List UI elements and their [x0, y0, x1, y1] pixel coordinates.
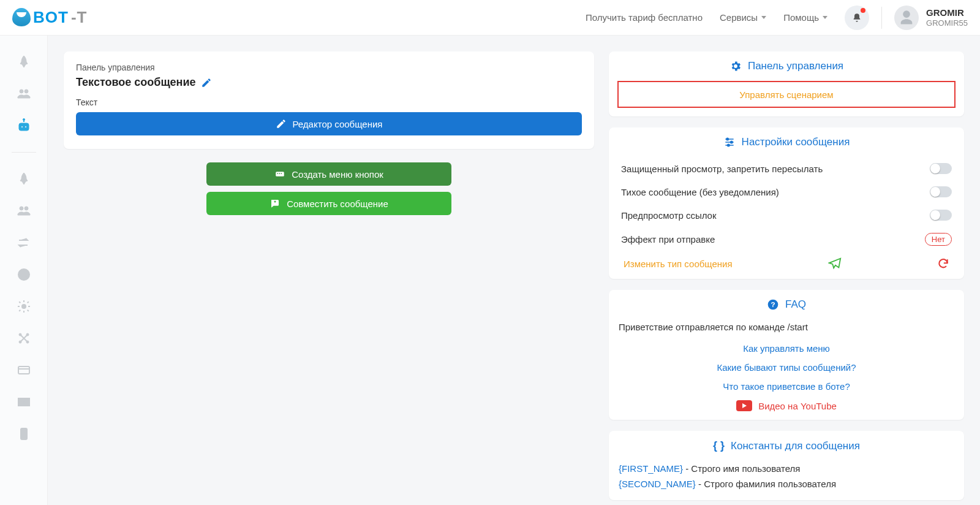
sidebar-rocket2-icon[interactable]: [16, 171, 32, 187]
services-dropdown[interactable]: Сервисы: [720, 12, 766, 23]
svg-point-2: [24, 126, 26, 128]
protected-label: Защищенный просмотр, запретить пересылат…: [621, 164, 823, 174]
notifications-button[interactable]: [845, 6, 869, 30]
services-label: Сервисы: [720, 12, 758, 23]
sidebar-rocket-icon[interactable]: [16, 54, 32, 70]
svg-point-9: [26, 333, 29, 336]
sidebar-smile-icon[interactable]: [16, 267, 32, 283]
combine-label: Совместить сообщение: [287, 199, 388, 209]
svg-point-8: [19, 333, 21, 336]
logo-icon: [12, 8, 31, 26]
preview-label: Предпросмотр ссылок: [621, 210, 717, 221]
faq-panel: ? FAQ Приветствие отправляется по команд…: [609, 290, 964, 420]
header: BOT-T Получить тариф бесплатно Сервисы П…: [0, 0, 980, 36]
divider: [881, 7, 882, 29]
const-key-second: {SECOND_NAME}: [619, 479, 696, 489]
create-menu-label: Создать меню кнопок: [292, 169, 383, 180]
const-desc-second: - Строго фамилия пользователя: [696, 479, 836, 489]
svg-point-19: [726, 138, 728, 140]
svg-point-4: [18, 269, 29, 280]
svg-point-1: [21, 126, 23, 128]
sidebar-users2-icon[interactable]: [16, 203, 32, 219]
svg-text:?: ?: [771, 300, 775, 308]
refresh-icon[interactable]: [937, 257, 949, 270]
svg-point-10: [19, 341, 21, 343]
svg-point-7: [22, 305, 26, 308]
constants-title: Константы для сообщения: [731, 440, 860, 452]
sidebar-users-icon[interactable]: [16, 86, 32, 102]
svg-rect-17: [279, 173, 281, 175]
effect-label: Эффект при отправке: [621, 234, 715, 245]
manage-scenario-label: Управлять сценарием: [739, 89, 833, 100]
text-label: Текст: [76, 97, 582, 107]
svg-rect-0: [19, 123, 29, 131]
logo[interactable]: BOT-T: [12, 8, 87, 28]
page-title: Текстовое сообщение: [76, 76, 196, 89]
avatar: [894, 6, 919, 30]
sidebar-gear-icon[interactable]: [16, 298, 32, 314]
sidebar-card-icon[interactable]: [16, 362, 32, 378]
user-menu[interactable]: GROMIR GROMIR55: [894, 6, 968, 30]
telegram-icon[interactable]: [828, 257, 842, 270]
youtube-icon: [736, 400, 752, 411]
svg-point-11: [26, 341, 29, 343]
user-subname: GROMIR55: [926, 18, 968, 28]
svg-rect-16: [277, 173, 279, 175]
silent-toggle[interactable]: [930, 186, 952, 197]
person-icon: [898, 9, 915, 26]
constants-panel: { } Константы для сообщения {FIRST_NAME}…: [609, 431, 964, 500]
faq-intro: Приветствие отправляется по команде /sta…: [609, 319, 964, 335]
svg-point-20: [730, 141, 732, 143]
logo-text-2: -T: [71, 8, 88, 27]
create-button-menu[interactable]: Создать меню кнопок: [206, 162, 451, 186]
protected-toggle[interactable]: [930, 163, 952, 174]
edit-title-icon[interactable]: [201, 77, 212, 88]
settings-panel: Настройки сообщения Защищенный просмотр,…: [609, 127, 964, 279]
sidebar-bot-icon[interactable]: [16, 118, 32, 134]
svg-rect-12: [18, 366, 29, 374]
editor-button-label: Редактор сообщения: [293, 119, 383, 129]
notification-dot: [861, 8, 865, 13]
faq-link-types[interactable]: Какие бывают типы сообщений?: [609, 362, 964, 373]
const-key-first: {FIRST_NAME}: [619, 463, 683, 474]
svg-point-3: [23, 119, 24, 121]
combine-message-button[interactable]: Совместить сообщение: [206, 192, 451, 215]
message-editor-button[interactable]: Редактор сообщения: [76, 112, 582, 135]
sliders-icon: [723, 136, 736, 148]
breadcrumb[interactable]: Панель управления: [76, 63, 582, 72]
question-icon: ?: [767, 298, 779, 311]
constants-header: { } Константы для сообщения: [609, 431, 964, 461]
braces-icon: { }: [713, 439, 725, 452]
help-dropdown[interactable]: Помощь: [783, 12, 827, 23]
settings-title: Настройки сообщения: [742, 136, 850, 148]
faq-link-greeting[interactable]: Что такое приветсвие в боте?: [609, 381, 964, 392]
constant-first-name: {FIRST_NAME} - Строго имя пользователя: [609, 461, 964, 476]
sidebar-loop-icon[interactable]: [16, 235, 32, 251]
sidebar-mail-icon[interactable]: [16, 394, 32, 410]
control-panel: Панель управления Управлять сценарием: [609, 51, 964, 116]
silent-label: Тихое сообщение (без уведомления): [621, 187, 779, 197]
preview-toggle[interactable]: [930, 210, 952, 221]
sidebar-tools-icon[interactable]: [16, 330, 32, 346]
const-desc-first: - Строго имя пользователя: [683, 463, 800, 474]
sidebar-mobile-icon[interactable]: [16, 426, 32, 442]
sidebar-separator: [12, 152, 36, 153]
manage-scenario-button[interactable]: Управлять сценарием: [617, 81, 956, 108]
svg-rect-18: [281, 173, 282, 175]
svg-point-6: [25, 273, 26, 274]
faq-link-menu[interactable]: Как управлять меню: [609, 343, 964, 354]
change-type-link[interactable]: Изменить тип сообщения: [624, 259, 733, 269]
effect-value-chip[interactable]: Нет: [925, 233, 952, 246]
help-label: Помощь: [783, 12, 819, 23]
faq-title: FAQ: [785, 298, 806, 311]
get-tariff-link[interactable]: Получить тариф бесплатно: [586, 12, 703, 23]
settings-header: Настройки сообщения: [609, 127, 964, 157]
sidebar: [0, 36, 48, 505]
youtube-link[interactable]: Видео на YouTube: [609, 400, 964, 411]
control-panel-title: Панель управления: [748, 60, 843, 72]
chevron-down-icon: [823, 16, 827, 19]
keyboard-icon: [274, 169, 285, 180]
faq-header: ? FAQ: [609, 290, 964, 319]
logo-text-1: BOT: [33, 8, 69, 27]
control-panel-header: Панель управления: [609, 51, 964, 81]
